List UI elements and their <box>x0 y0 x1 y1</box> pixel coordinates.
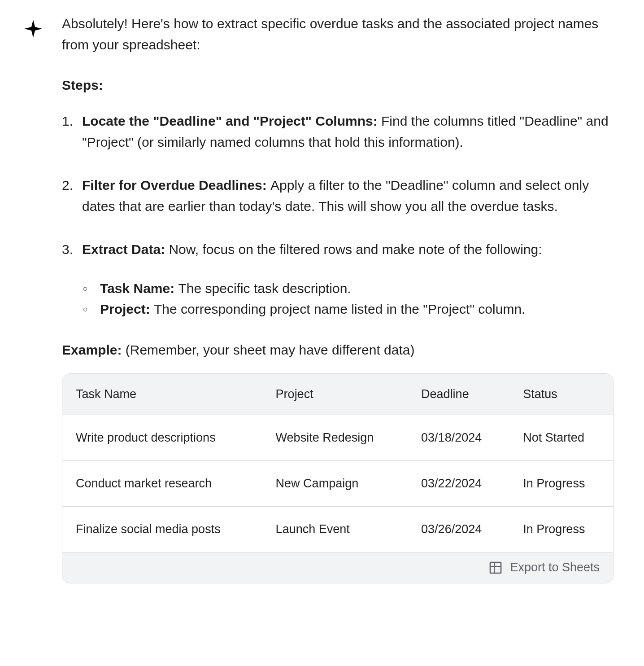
intro-text: Absolutely! Here's how to extract specif… <box>62 13 614 55</box>
response-content: Absolutely! Here's how to extract specif… <box>62 13 614 583</box>
table-row: Finalize social media posts Launch Event… <box>62 506 613 552</box>
table-cell: Website Redesign <box>262 415 408 460</box>
table-cell: 03/22/2024 <box>408 460 509 506</box>
sparkle-icon <box>22 18 44 39</box>
example-line: Example: (Remember, your sheet may have … <box>62 342 614 358</box>
table-cell: New Campaign <box>262 460 408 506</box>
table-header: Deadline <box>408 374 509 415</box>
sub-item-body: The corresponding project name listed in… <box>154 302 525 316</box>
sub-item-body: The specific task description. <box>178 281 351 296</box>
sub-item-title: Project: <box>100 302 154 316</box>
table-cell: Launch Event <box>262 506 408 552</box>
step-body: Now, focus on the filtered rows and make… <box>169 242 542 257</box>
table-header: Project <box>262 374 408 415</box>
sub-item: Project: The corresponding project name … <box>96 299 614 320</box>
table-cell: Write product descriptions <box>62 415 262 460</box>
svg-rect-0 <box>490 562 501 573</box>
step-item: Extract Data: Now, focus on the filtered… <box>80 239 614 320</box>
table-header: Status <box>509 374 613 415</box>
table-cell: Not Started <box>509 415 613 460</box>
table-row: Write product descriptions Website Redes… <box>62 415 613 460</box>
sub-item-title: Task Name: <box>100 281 178 296</box>
example-table: Task Name Project Deadline Status Write … <box>62 373 614 583</box>
sub-item: Task Name: The specific task description… <box>96 278 614 299</box>
table-cell: In Progress <box>509 460 613 506</box>
table-footer: Export to Sheets <box>62 552 613 583</box>
step-title: Locate the "Deadline" and "Project" Colu… <box>82 114 381 128</box>
example-note: (Remember, your sheet may have different… <box>126 342 415 357</box>
steps-list: Locate the "Deadline" and "Project" Colu… <box>80 111 614 320</box>
table-cell: Finalize social media posts <box>62 506 262 552</box>
table-row: Conduct market research New Campaign 03/… <box>62 460 613 506</box>
step-item: Filter for Overdue Deadlines: Apply a fi… <box>80 175 614 217</box>
table-cell: 03/26/2024 <box>408 506 509 552</box>
step-item: Locate the "Deadline" and "Project" Colu… <box>80 111 614 153</box>
example-label: Example: <box>62 342 126 357</box>
table-header-row: Task Name Project Deadline Status <box>62 374 613 415</box>
step-title: Extract Data: <box>82 242 169 257</box>
sub-list: Task Name: The specific task description… <box>96 278 614 320</box>
table-header: Task Name <box>62 374 262 415</box>
table-cell: In Progress <box>509 506 613 552</box>
export-to-sheets-button[interactable]: Export to Sheets <box>510 561 600 574</box>
step-title: Filter for Overdue Deadlines: <box>82 178 270 193</box>
steps-heading: Steps: <box>62 78 614 93</box>
sheets-icon <box>488 561 503 575</box>
table-cell: Conduct market research <box>62 460 262 506</box>
table-cell: 03/18/2024 <box>408 415 509 460</box>
